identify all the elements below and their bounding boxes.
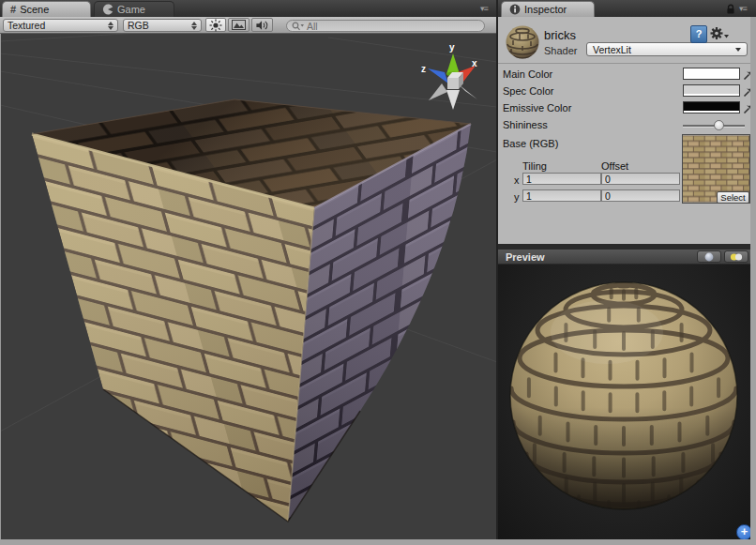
updown-arrows-icon bbox=[108, 22, 113, 30]
window-border bbox=[750, 17, 756, 545]
search-scope-label: All bbox=[307, 21, 318, 32]
emissive-color-swatch[interactable] bbox=[683, 101, 740, 114]
emissive-color-label: Emissive Color bbox=[503, 102, 571, 114]
preview-sphere[interactable] bbox=[509, 281, 738, 510]
search-icon bbox=[292, 22, 304, 31]
sun-icon bbox=[209, 19, 222, 32]
lock-icon[interactable] bbox=[726, 4, 735, 15]
window-border bbox=[0, 34, 1, 539]
inspector-tabbar: Inspector ▾≡ bbox=[498, 0, 756, 18]
select-button[interactable]: Select bbox=[717, 191, 749, 204]
offset-x-input[interactable] bbox=[601, 173, 680, 185]
shader-field-label: Shader bbox=[544, 45, 577, 56]
scene-viewport[interactable]: y x z bbox=[1, 34, 496, 539]
alpha-bar bbox=[684, 77, 739, 79]
tiling-x-input[interactable] bbox=[522, 173, 601, 185]
tiling-y-input[interactable] bbox=[522, 189, 601, 202]
shininess-slider[interactable] bbox=[683, 125, 745, 128]
scene-grid-icon: # bbox=[10, 4, 16, 15]
tiling-row-x-label: x bbox=[514, 174, 520, 186]
offset-header: Offset bbox=[601, 160, 628, 172]
tab-inspector-label: Inspector bbox=[524, 4, 567, 15]
inspector-panel-menu-icon[interactable]: ▾≡ bbox=[739, 4, 747, 13]
tiling-header: Tiling bbox=[522, 160, 547, 172]
gizmo-center-cube[interactable] bbox=[447, 78, 459, 89]
spec-color-label: Spec Color bbox=[503, 85, 553, 97]
tab-game-label: Game bbox=[117, 4, 145, 15]
main-color-swatch[interactable] bbox=[683, 68, 740, 80]
preview-title: Preview bbox=[506, 251, 545, 263]
section-divider bbox=[498, 63, 751, 64]
scene-tabbar: # Scene Game ▾≡ bbox=[0, 0, 497, 18]
two-lights-icon bbox=[729, 252, 744, 262]
preview-header[interactable]: Preview bbox=[498, 250, 751, 265]
chevron-down-icon bbox=[735, 48, 741, 52]
tiling-row-y-label: y bbox=[514, 191, 520, 203]
material-name: bricks bbox=[544, 28, 576, 42]
audio-toggle-button[interactable] bbox=[251, 18, 273, 32]
preview-shape-button[interactable] bbox=[697, 250, 721, 263]
draw-mode-dropdown[interactable]: Textured bbox=[3, 19, 118, 32]
base-texture-label: Base (RGB) bbox=[503, 138, 558, 149]
gizmo-z-label: z bbox=[421, 64, 426, 74]
tab-inspector[interactable]: Inspector bbox=[501, 1, 595, 17]
speaker-icon bbox=[255, 20, 269, 31]
image-icon bbox=[232, 20, 246, 30]
search-input[interactable]: All bbox=[286, 20, 485, 32]
updown-arrows-icon bbox=[191, 22, 197, 30]
preview-lighting-button[interactable] bbox=[724, 250, 748, 263]
render-channel-value: RGB bbox=[128, 20, 149, 31]
shininess-label: Shininess bbox=[503, 119, 548, 130]
preview-area[interactable] bbox=[498, 265, 750, 539]
skybox-toggle-button[interactable] bbox=[228, 18, 249, 32]
scene-toolbar: Textured RGB bbox=[0, 17, 497, 34]
alpha-bar bbox=[684, 94, 739, 96]
offset-y-input[interactable] bbox=[601, 189, 680, 202]
game-pacman-icon bbox=[102, 4, 113, 15]
window-border bbox=[0, 539, 756, 545]
info-icon bbox=[509, 4, 521, 15]
tab-scene-label: Scene bbox=[20, 4, 49, 15]
tab-scene[interactable]: # Scene bbox=[2, 1, 91, 17]
gizmo-y-label: y bbox=[449, 42, 455, 53]
material-ball-icon bbox=[505, 24, 540, 60]
shader-dropdown-value: VertexLit bbox=[593, 44, 631, 55]
scene-panel-menu-icon[interactable]: ▾≡ bbox=[480, 4, 488, 13]
sphere-icon bbox=[704, 252, 714, 262]
main-color-label: Main Color bbox=[503, 68, 552, 80]
spec-color-swatch[interactable] bbox=[683, 84, 740, 97]
help-icon[interactable]: ? bbox=[690, 25, 707, 43]
draw-mode-value: Textured bbox=[8, 20, 45, 31]
shader-dropdown[interactable]: VertexLit bbox=[586, 42, 748, 56]
unity-editor-window: # Scene Game ▾≡ Textured RGB bbox=[0, 0, 756, 545]
gear-icon[interactable] bbox=[710, 26, 729, 40]
gizmo-x-label: x bbox=[472, 58, 477, 68]
tab-game[interactable]: Game bbox=[94, 1, 174, 17]
alpha-bar bbox=[684, 111, 739, 113]
render-channel-dropdown[interactable]: RGB bbox=[123, 19, 202, 32]
lighting-toggle-button[interactable] bbox=[205, 18, 226, 32]
